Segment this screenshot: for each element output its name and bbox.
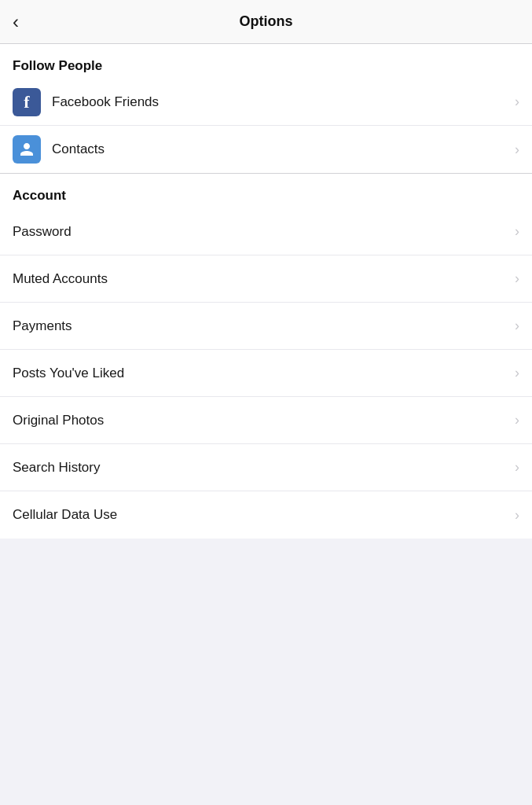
payments-item[interactable]: Payments ›: [0, 303, 532, 350]
follow-people-section: Follow People f Facebook Friends › Conta…: [0, 44, 532, 173]
payments-label: Payments: [13, 318, 72, 334]
cellular-data-chevron: ›: [515, 507, 519, 524]
header: ‹ Options: [0, 0, 532, 44]
contacts-icon: [13, 135, 41, 164]
follow-people-title: Follow People: [13, 58, 102, 73]
facebook-friends-item[interactable]: f Facebook Friends ›: [0, 79, 532, 126]
password-chevron: ›: [515, 223, 519, 240]
payments-chevron: ›: [515, 318, 519, 334]
search-history-item[interactable]: Search History ›: [0, 444, 532, 491]
original-photos-item[interactable]: Original Photos ›: [0, 397, 532, 444]
cellular-data-label: Cellular Data Use: [13, 507, 117, 523]
follow-people-header-block: Follow People: [0, 44, 532, 79]
original-photos-label: Original Photos: [13, 413, 104, 428]
contacts-label: Contacts: [52, 142, 105, 157]
muted-accounts-item[interactable]: Muted Accounts ›: [0, 255, 532, 303]
facebook-icon: f: [13, 88, 41, 116]
page-title: Options: [240, 13, 293, 30]
cellular-data-item[interactable]: Cellular Data Use ›: [0, 491, 532, 539]
facebook-friends-chevron: ›: [515, 94, 519, 110]
account-header-block: Account: [0, 174, 532, 208]
contacts-item[interactable]: Contacts ›: [0, 126, 532, 173]
contacts-left: Contacts: [13, 135, 105, 164]
facebook-friends-label: Facebook Friends: [52, 94, 159, 110]
posts-liked-item[interactable]: Posts You've Liked ›: [0, 350, 532, 397]
back-button[interactable]: ‹: [13, 13, 19, 31]
muted-accounts-label: Muted Accounts: [13, 271, 108, 287]
account-section: Account Password › Muted Accounts › Paym…: [0, 174, 532, 539]
facebook-friends-left: f Facebook Friends: [13, 88, 159, 116]
password-label: Password: [13, 224, 72, 240]
search-history-chevron: ›: [515, 459, 519, 476]
posts-liked-label: Posts You've Liked: [13, 366, 124, 381]
muted-accounts-chevron: ›: [515, 270, 519, 287]
account-title: Account: [13, 188, 66, 203]
posts-liked-chevron: ›: [515, 365, 519, 381]
contacts-chevron: ›: [515, 142, 519, 158]
search-history-label: Search History: [13, 460, 100, 476]
password-item[interactable]: Password ›: [0, 208, 532, 255]
original-photos-chevron: ›: [515, 412, 519, 428]
